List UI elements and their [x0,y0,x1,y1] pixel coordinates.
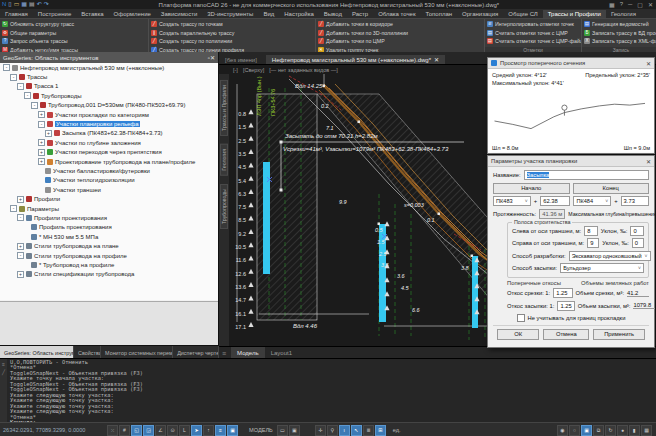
tree-expander-icon[interactable] [24,262,29,267]
units-label[interactable]: ед. [393,427,401,433]
tree-expander-icon[interactable]: + [38,139,45,146]
ignore-bounds-checkbox[interactable] [517,314,525,322]
command-edit-icon[interactable]: ╱ [2,369,5,375]
polar-tracking-icon[interactable]: ⊙ [167,425,178,436]
help-icon[interactable]: ? [620,1,623,8]
slope1-input[interactable]: 0 [630,226,644,236]
customize-icon[interactable]: ▦ [641,425,652,436]
tree-expander-icon[interactable]: + [38,111,45,118]
osnap-track-icon[interactable]: ◲ [143,425,154,436]
model-space-label[interactable]: МОДЕЛЬ [249,427,273,433]
print-icon[interactable]: ▤ [29,1,35,8]
tree-item[interactable]: + Засыпка (ПК483+62.38-ПК484+3.73) [0,129,218,138]
tree-item[interactable]: + Участки по глубине заложения [0,138,218,147]
ribbon-tab[interactable]: Общие СЛ [503,10,542,18]
document-tab[interactable]: [без имени] [219,56,266,64]
ribbon-button[interactable]: ?Запрос объекта трассы [2,37,78,46]
tree-expander-icon[interactable]: - [17,83,24,90]
tree-item[interactable]: - Трубопроводы [0,91,218,100]
geolocation-icon[interactable]: ⚲ [327,425,338,436]
ribbon-tab[interactable]: Трассы и Профили [543,10,606,18]
ribbon-tab[interactable]: Организация [457,10,503,18]
canvas-side-tab[interactable]: Трубопроводы [220,184,228,229]
tree-expander-icon[interactable] [38,187,43,192]
sheet-icon[interactable]: ▣ [289,425,300,436]
tree-expander-icon[interactable]: - [3,64,10,71]
minimize-button[interactable]: ─ [628,1,632,8]
tree-expander-icon[interactable]: + [17,271,24,278]
annotation-list-icon[interactable]: ≣ [363,425,374,436]
tree-item[interactable]: * Трубопровод на профиле [0,260,218,269]
ribbon-tab[interactable]: Топоплан [421,10,458,18]
osnap-icon[interactable]: ◱ [131,425,142,436]
workspace-grid-icon[interactable]: ▦ [609,1,615,8]
dialog-title-bar[interactable]: Параметры участка планировки ✕ [488,156,654,167]
start-pk-select[interactable]: ПК483˅ [493,196,531,206]
ribbon-tab[interactable]: Вывод [319,10,347,18]
tree-item[interactable]: - Трубопровод.001 D=530мм (ПК480-ПК503+6… [0,101,218,110]
ribbon-button[interactable]: ∥Создать параллельную трассу [151,29,244,38]
window-icon[interactable]: ⧉ [593,425,604,436]
tree-expander-icon[interactable]: - [17,214,24,221]
layout-icon[interactable]: ▭ [277,425,288,436]
ribbon-button[interactable]: ⚙Общие параметры [2,29,78,38]
open-file-icon[interactable]: ▭ [14,1,20,8]
tree-item[interactable]: - Параметры [0,204,218,213]
ribbon-tab[interactable]: Вставка [76,10,108,18]
ribbon-tab[interactable]: Оформление [109,10,156,18]
tree-item[interactable]: + Участки переходов через препятствия [0,148,218,157]
viewport-view-control[interactable]: [Сверху] [243,67,264,73]
canvas-side-tab[interactable]: Трассы и Профили [220,80,228,136]
tree-item[interactable]: + Стили спецификации трубопровода [0,270,218,279]
tool-palette-header[interactable]: GeoSeries: Область инструментов ▫ ✕ [0,52,218,63]
tree-expander-icon[interactable]: + [17,243,24,250]
start-offset-input[interactable]: 62.38 [540,196,570,206]
tree-item[interactable]: - Профили проектирования [0,213,218,222]
dialog-title-bar[interactable]: Просмотр поперечного сечения ✕ [488,58,654,69]
tree-item[interactable]: + Участки прокладки по категориям [0,110,218,119]
dyn-input-icon[interactable]: ▣ [227,425,238,436]
close-icon[interactable]: ✕ [646,158,651,165]
ribbon-tab[interactable]: Построение [33,10,76,18]
tree-item[interactable]: - Трасса 1 [0,82,218,91]
tree-item[interactable]: Участки теплогидроизоляции [0,176,218,185]
tree-expander-icon[interactable]: + [17,196,24,203]
tree-item[interactable]: * МН 530 мм 5.5 МПа [0,232,218,241]
tree-expander-icon[interactable]: - [24,92,31,99]
cancel-button[interactable]: Отмена [543,329,589,340]
tree-expander-icon[interactable] [24,225,29,230]
tree-expander-icon[interactable] [38,178,43,183]
tracking-icon[interactable]: ✛ [315,425,326,436]
new-file-icon[interactable]: ▯ [8,1,11,8]
tree-expander-icon[interactable]: - [31,102,38,109]
annotation-scale-icon[interactable]: ⊞ [375,425,386,436]
nanocad-logo[interactable]: N [2,1,6,8]
ribbon-button[interactable]: ▤Считать отметки точек с ЦМР [487,29,582,38]
dev-method-select[interactable]: Экскаватор одноковшовый˅ [569,251,651,261]
isolate-objects-icon[interactable]: ı [339,425,350,436]
tree-expander-icon[interactable] [38,168,43,173]
ortho-icon[interactable]: L [179,425,190,436]
ribbon-button[interactable]: ▤Считать отметки точек с ЦМР-файлов [487,37,582,46]
tree-expander-icon[interactable]: + [38,158,45,165]
lock-icon[interactable]: ▮ [629,425,640,436]
tree-expander-icon[interactable] [24,234,29,239]
sync-icon[interactable]: ↻ [605,425,616,436]
document-tab[interactable]: Нефтепровод магистральный 530 мм (+накло… [266,55,445,64]
name-input[interactable]: Засыпка [524,170,649,180]
ok-button[interactable]: ОК [497,329,539,340]
tree-item[interactable]: Профиль проектирования [0,223,218,232]
viewport-named-views-control[interactable]: [— нет заданных видов —] [269,67,337,73]
close-icon[interactable]: ✕ [646,60,651,67]
end-button[interactable]: Конец [573,183,650,194]
tree-expander-icon[interactable]: - [10,205,17,212]
ribbon-tab[interactable]: Облака точек [373,10,420,18]
tree-expander-icon[interactable]: - [17,252,24,259]
ribbon-button[interactable]: ╱Создать трассу по полилинии [151,37,244,46]
command-line-panel[interactable]: ≡╱ U,O,ПОВТОРИТЬ - Отменить*Отмена*Toggl… [0,358,656,423]
ribbon-tab[interactable]: Геология [606,10,641,18]
monitor-icon[interactable]: ▣ [581,425,592,436]
command-history-icon[interactable]: ≡ [2,361,5,367]
save-icon[interactable]: ▦ [21,1,27,8]
fill-slope-input[interactable]: 1.25 [557,301,574,311]
